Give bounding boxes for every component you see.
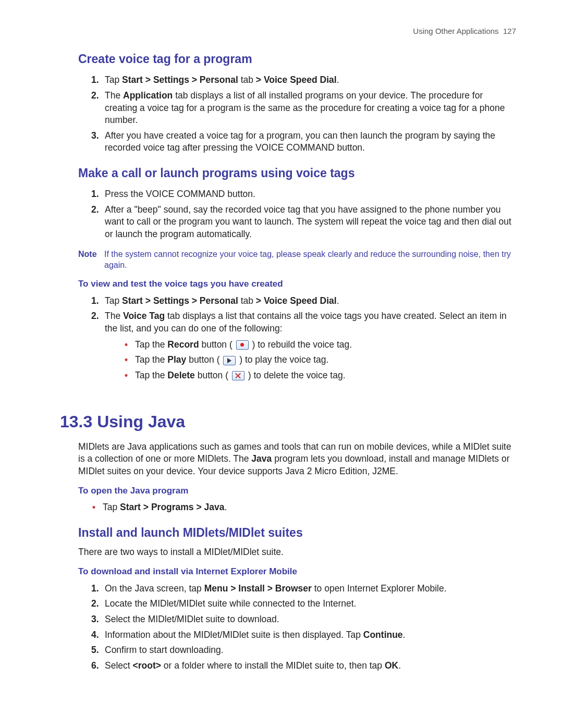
subheading-view-test-voice-tags: To view and test the voice tags you have… xyxy=(78,278,516,290)
text: . xyxy=(224,502,227,512)
text: ) to delete the voice tag. xyxy=(246,370,346,380)
list-item: Tap the Delete button ( ) to delete the … xyxy=(125,368,516,384)
text: tab xyxy=(238,75,256,85)
text-bold: Application xyxy=(123,90,173,101)
text-bold: Start > Settings > Personal xyxy=(122,75,238,85)
subheading-download-ie-mobile: To download and install via Internet Exp… xyxy=(78,566,516,578)
step: Tap Start > Settings > Personal tab > Vo… xyxy=(91,72,516,88)
text-bold: Play xyxy=(167,354,186,365)
text: ) to play the voice tag. xyxy=(237,354,328,365)
list-item: Tap the Play button ( ) to play the voic… xyxy=(125,352,516,368)
text-bold: Continue xyxy=(363,630,403,640)
text: . xyxy=(337,295,339,306)
note: Note If the system cannot recognize your… xyxy=(78,249,516,271)
text-bold: <root> xyxy=(133,660,161,671)
text-bold: Menu > Install > Browser xyxy=(204,583,312,594)
heading-install-midlets: Install and launch MIDlets/MIDlet suites xyxy=(78,525,516,541)
bullets-voice-tag-actions: Tap the Record button ( ) to rebuild the… xyxy=(125,337,516,384)
text-bold: Start > Settings > Personal xyxy=(122,295,238,306)
text-bold: > Voice Speed Dial xyxy=(256,75,337,85)
subheading-open-java: To open the Java program xyxy=(78,485,516,497)
list-item: Tap the Record button ( ) to rebuild the… xyxy=(125,337,516,353)
text: Tap the xyxy=(135,354,167,365)
text: Tap xyxy=(105,295,122,306)
text: Tap the xyxy=(135,339,167,350)
record-icon xyxy=(236,340,249,350)
heading-create-voice-tag: Create voice tag for a program xyxy=(78,51,516,67)
note-body: If the system cannot recognize your voic… xyxy=(104,249,516,271)
text: Tap the xyxy=(135,370,167,380)
text: . xyxy=(337,75,339,85)
heading-make-call-voice-tags: Make a call or launch programs using voi… xyxy=(78,165,516,181)
text: tab xyxy=(238,295,256,306)
paragraph-midlets-intro: MIDlets are Java applications such as ga… xyxy=(78,441,516,478)
steps-create-voice-tag: Tap Start > Settings > Personal tab > Vo… xyxy=(91,72,516,156)
text: or a folder where to install the MIDlet … xyxy=(161,660,385,671)
step: On the Java screen, tap Menu > Install >… xyxy=(91,581,516,597)
header-page-number: 127 xyxy=(503,27,516,35)
text: On the Java screen, tap xyxy=(105,583,204,594)
step: Press the VOICE COMMAND button. xyxy=(91,187,516,202)
list-item: Tap Start > Programs > Java. xyxy=(92,500,516,515)
text-bold: Voice Tag xyxy=(123,311,165,321)
step: Select the MIDlet/MIDlet suite to downlo… xyxy=(91,612,516,627)
step: The Voice Tag tab displays a list that c… xyxy=(91,309,516,390)
step: Information about the MIDlet/MIDlet suit… xyxy=(91,627,516,643)
paragraph-install-intro: There are two ways to install a MIDlet/M… xyxy=(78,546,516,559)
text-bold: Delete xyxy=(167,370,195,380)
text: button ( xyxy=(186,354,222,365)
text: ) to rebuild the voice tag. xyxy=(250,339,352,350)
running-header: Using Other Applications 127 xyxy=(60,26,516,36)
text-bold: Java xyxy=(251,453,272,464)
play-icon xyxy=(223,356,236,365)
step: After you have created a voice tag for a… xyxy=(91,128,516,156)
text-bold: > Voice Speed Dial xyxy=(256,295,337,306)
text: button ( xyxy=(199,339,235,350)
text-bold: OK xyxy=(385,660,398,671)
step: Tap Start > Settings > Personal tab > Vo… xyxy=(91,293,516,309)
step: Locate the MIDlet/MIDlet suite while con… xyxy=(91,596,516,612)
text-bold: Record xyxy=(167,339,199,350)
text: tab displays a list that contains all th… xyxy=(105,311,507,334)
steps-make-call: Press the VOICE COMMAND button. After a … xyxy=(91,187,516,242)
text: Tap xyxy=(103,502,120,512)
text: The xyxy=(105,311,123,321)
steps-view-test: Tap Start > Settings > Personal tab > Vo… xyxy=(91,293,516,390)
text: The xyxy=(105,90,123,101)
page: Using Other Applications 127 Create voic… xyxy=(0,0,563,706)
text: button ( xyxy=(195,370,231,380)
heading-using-java: 13.3 Using Java xyxy=(60,411,516,433)
steps-download-install: On the Java screen, tap Menu > Install >… xyxy=(91,581,516,674)
text: . xyxy=(398,660,401,671)
bullets-open-java: Tap Start > Programs > Java. xyxy=(92,500,516,515)
step: Select <root> or a folder where to insta… xyxy=(91,658,516,674)
text: Information about the MIDlet/MIDlet suit… xyxy=(105,630,363,640)
text: Tap xyxy=(105,75,122,85)
header-section: Using Other Applications xyxy=(413,27,498,35)
step: After a "beep" sound, say the recorded v… xyxy=(91,202,516,242)
text: to open Internet Explorer Mobile. xyxy=(312,583,447,594)
step: Confirm to start downloading. xyxy=(91,643,516,658)
note-label: Note xyxy=(78,249,104,271)
text: . xyxy=(403,630,406,640)
step: The Application tab displays a list of a… xyxy=(91,88,516,128)
text: Select xyxy=(105,660,133,671)
delete-icon xyxy=(232,371,244,380)
text-bold: Start > Programs > Java xyxy=(120,502,224,512)
